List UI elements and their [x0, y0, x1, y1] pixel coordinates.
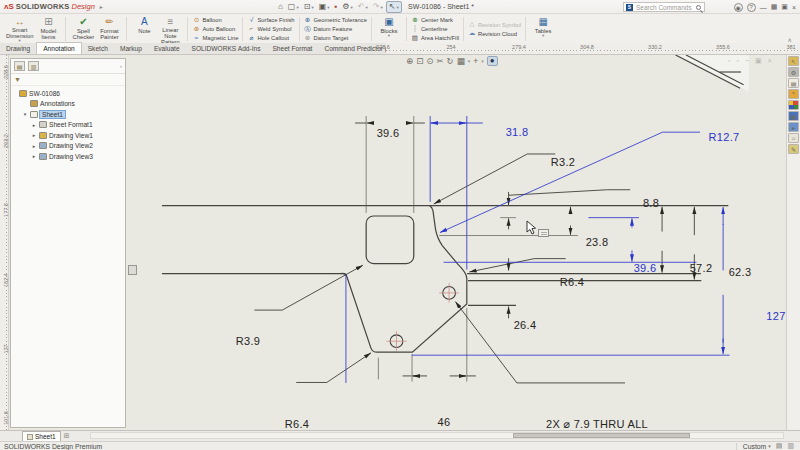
tab-evaluate[interactable]: Evaluate: [148, 42, 186, 54]
model-items-button[interactable]: ⊞Model Items: [35, 15, 61, 43]
restore-grid-icon[interactable]: ▦: [771, 3, 778, 11]
hole-features: [386, 283, 458, 351]
group-separator: [187, 17, 188, 41]
expander-icon[interactable]: ▸: [31, 132, 37, 138]
hole-callout-button[interactable]: ⌀Hole Callout: [247, 34, 294, 42]
tree-item-sheet-format1[interactable]: ▸Sheet Format1: [11, 120, 125, 131]
geometric-tolerance-button[interactable]: ⊕Geometric Tolerance: [304, 16, 367, 24]
sketch-scene-icon[interactable]: ▦: [457, 57, 465, 66]
tags-icon[interactable]: ✎: [788, 144, 799, 154]
options-gear-icon: ⚙: [342, 3, 349, 11]
scene-pie-icon[interactable]: [788, 100, 799, 110]
dimension-lines-blue[interactable]: [346, 116, 730, 383]
balloon-button[interactable]: ⊙Balloon: [192, 16, 238, 24]
help-icon[interactable]: ?: [747, 3, 756, 12]
minimize-icon[interactable]: —: [760, 4, 767, 11]
tab-solidworks-add-ins[interactable]: SOLIDWORKS Add-Ins: [186, 42, 267, 54]
zoom-area-icon[interactable]: ⊡: [416, 57, 423, 66]
sheet-tab[interactable]: Sheet1: [22, 431, 61, 441]
annotations-visibility-icon[interactable]: +: [473, 57, 478, 66]
chevron-down-icon: ▾: [327, 5, 329, 10]
tree-item-annotations[interactable]: Annotations: [11, 99, 125, 110]
scrollbar-thumb[interactable]: [513, 433, 690, 438]
tree-item-drawing-view3[interactable]: ▸Drawing View3: [11, 151, 125, 162]
revision-cloud-button[interactable]: ☁Revision Cloud: [468, 30, 521, 38]
custom-properties-icon[interactable]: ▦: [788, 111, 799, 121]
file-explorer-icon[interactable]: ⚙: [788, 67, 799, 77]
blocks-button[interactable]: ▣Blocks▾: [376, 15, 402, 43]
add-sheet-icon[interactable]: ⊞: [64, 432, 70, 440]
user-account-icon[interactable]: ◉: [734, 3, 743, 12]
view-palette-icon[interactable]: ▤: [788, 78, 799, 88]
datum-target-button[interactable]: ⊚Datum Target: [304, 34, 367, 42]
weld-symbol-button[interactable]: ⌐Weld Symbol: [247, 25, 294, 33]
spell-checker-button[interactable]: ✔Spell Checker: [70, 15, 96, 43]
linear-note-pattern-button[interactable]: ≡Linear Note Pattern▾: [157, 15, 183, 43]
property-manager-tab[interactable]: ▥: [28, 61, 39, 71]
tab-sheet-format[interactable]: Sheet Format: [266, 42, 318, 54]
chevron-down-icon: ▾: [396, 5, 398, 10]
search-commands-box[interactable]: S Search Commands: [623, 2, 705, 12]
cascade-icon[interactable]: ▣: [781, 3, 788, 11]
datum-feature-button[interactable]: ⒶDatum Feature: [304, 25, 367, 33]
tag-editor-icon[interactable]: ▥: [787, 442, 794, 450]
appearances-icon[interactable]: *: [788, 89, 799, 99]
tab-drawing[interactable]: Drawing: [0, 42, 36, 54]
magnetic-line-button[interactable]: ≈Magnetic Line: [192, 34, 238, 42]
unit-system-icon[interactable]: ▤: [776, 442, 783, 450]
format-painter-button[interactable]: ✏Format Painter: [96, 15, 122, 43]
expander-icon[interactable]: ▸: [31, 143, 37, 149]
geometric-tolerance-icon: ⊕: [304, 17, 312, 24]
horizontal-scrollbar[interactable]: [90, 432, 784, 439]
display-style-icon[interactable]: ●: [487, 56, 498, 66]
section-view-icon[interactable]: ✂: [436, 57, 443, 66]
expander-icon[interactable]: ▸: [31, 122, 37, 128]
feature-tree-tab[interactable]: ▤: [14, 61, 25, 71]
centerline-button[interactable]: ┆Centerline: [411, 25, 459, 33]
home-pane-icon[interactable]: ⌂: [788, 133, 799, 143]
zoom-fit-icon[interactable]: ⊕: [406, 57, 413, 66]
smart-dimension-button[interactable]: ↔Smart Dimension▾: [4, 15, 35, 43]
options-gear-button[interactable]: ⚙▾: [340, 1, 354, 13]
print-button[interactable]: ▪: [332, 1, 339, 13]
open-button[interactable]: ⊡▾: [302, 1, 316, 13]
tab-annotation[interactable]: Annotation: [36, 42, 82, 54]
solidworks-logo[interactable]: ʌS SOLIDWORKS Design ▸: [0, 2, 103, 11]
tree-root[interactable]: SW-01086: [11, 88, 125, 99]
view-orientation-icon[interactable]: ↻: [447, 57, 454, 66]
new-document-button[interactable]: ▢▾: [286, 1, 301, 13]
design-library-icon[interactable]: ↖: [788, 56, 799, 66]
ribbon-collapse-icon[interactable]: ∧: [788, 36, 792, 43]
dimension-lines-black[interactable]: [254, 123, 694, 383]
auto-balloon-button[interactable]: ⊛Auto Balloon: [192, 25, 238, 33]
revision-symbol-button[interactable]: △Revision Symbol: [468, 21, 521, 29]
redo-button[interactable]: ↷▾: [371, 1, 385, 13]
dropdown-caret[interactable]: ▾: [468, 59, 471, 64]
custom-dropdown[interactable]: Custom ▾: [736, 443, 771, 450]
tree-filter-icon[interactable]: ▼: [11, 74, 125, 86]
panel-collapse-icon[interactable]: ›: [120, 63, 122, 69]
save-button[interactable]: ▣▾: [317, 1, 332, 13]
tab-markup[interactable]: Markup: [114, 42, 148, 54]
tree-item-drawing-view2[interactable]: ▸Drawing View2: [11, 141, 125, 152]
zoom-in-out-icon[interactable]: ⊙: [426, 57, 433, 66]
tab-sketch[interactable]: Sketch: [82, 42, 114, 54]
area-hatch-button[interactable]: ▨Area Hatch/Fill: [411, 34, 459, 42]
view-edge-handle[interactable]: [128, 265, 137, 275]
undo-button[interactable]: ↶▾: [356, 1, 370, 13]
expander-icon[interactable]: ▾: [22, 111, 28, 117]
select-tool-button[interactable]: ↖▾: [386, 1, 402, 13]
home-button[interactable]: ⌂: [276, 1, 285, 13]
surface-finish-button[interactable]: √Surface Finish: [247, 16, 294, 24]
search-icon[interactable]: [696, 5, 701, 10]
tree-item-sheet1[interactable]: ▾Sheet1: [11, 109, 125, 120]
expander-icon[interactable]: ▸: [31, 153, 37, 159]
tree-item-drawing-view1[interactable]: ▸Drawing View1: [11, 130, 125, 141]
note-button[interactable]: ANote: [131, 15, 157, 43]
center-mark-button[interactable]: ⊕Center Mark: [411, 16, 459, 24]
close-icon[interactable]: ×: [792, 4, 796, 11]
forum-icon[interactable]: ▸: [788, 122, 799, 132]
dropdown-caret[interactable]: ▾: [481, 59, 484, 64]
ruler-label: 101.6: [3, 408, 9, 428]
tables-button[interactable]: ▦Tables▾: [530, 15, 556, 43]
